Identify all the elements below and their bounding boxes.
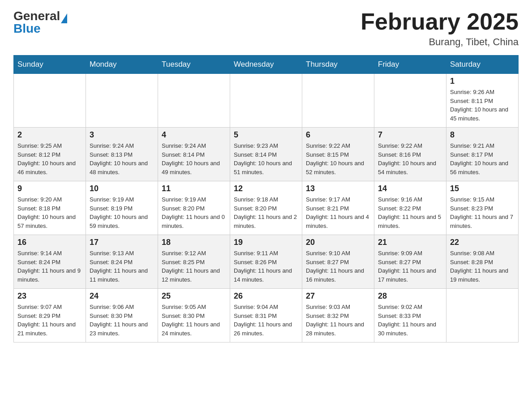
day-info: Sunrise: 9:24 AMSunset: 8:14 PMDaylight:… bbox=[162, 141, 226, 176]
day-number: 19 bbox=[234, 238, 298, 247]
day-number: 28 bbox=[378, 291, 442, 301]
day-info: Sunrise: 9:06 AMSunset: 8:30 PMDaylight:… bbox=[90, 303, 154, 338]
day-info: Sunrise: 9:25 AMSunset: 8:12 PMDaylight:… bbox=[17, 141, 82, 176]
calendar-header-row: SundayMondayTuesdayWednesdayThursdayFrid… bbox=[14, 56, 519, 74]
calendar-header-monday: Monday bbox=[86, 56, 158, 74]
day-number: 22 bbox=[450, 238, 515, 247]
calendar-cell bbox=[446, 289, 519, 342]
logo-triangle-icon bbox=[61, 13, 67, 23]
calendar-cell: 25Sunrise: 9:05 AMSunset: 8:30 PMDayligh… bbox=[158, 289, 230, 342]
calendar-header-saturday: Saturday bbox=[446, 56, 519, 74]
page-header: General Blue February 2025 Burang, Tibet… bbox=[13, 9, 519, 48]
calendar-week-row: 9Sunrise: 9:20 AMSunset: 8:18 PMDaylight… bbox=[14, 181, 519, 235]
calendar-cell: 3Sunrise: 9:24 AMSunset: 8:13 PMDaylight… bbox=[86, 128, 158, 181]
day-number: 6 bbox=[306, 130, 370, 140]
day-number: 17 bbox=[90, 238, 154, 247]
day-info: Sunrise: 9:22 AMSunset: 8:16 PMDaylight:… bbox=[378, 141, 442, 176]
calendar-cell: 8Sunrise: 9:21 AMSunset: 8:17 PMDaylight… bbox=[446, 128, 519, 181]
calendar-cell: 7Sunrise: 9:22 AMSunset: 8:16 PMDaylight… bbox=[374, 128, 446, 181]
calendar-cell: 22Sunrise: 9:08 AMSunset: 8:28 PMDayligh… bbox=[446, 235, 519, 289]
day-number: 16 bbox=[17, 238, 82, 247]
calendar-cell: 1Sunrise: 9:26 AMSunset: 8:11 PMDaylight… bbox=[446, 74, 519, 128]
calendar-week-row: 23Sunrise: 9:07 AMSunset: 8:29 PMDayligh… bbox=[14, 289, 519, 342]
day-info: Sunrise: 9:13 AMSunset: 8:24 PMDaylight:… bbox=[90, 249, 154, 284]
calendar-cell: 4Sunrise: 9:24 AMSunset: 8:14 PMDaylight… bbox=[158, 128, 230, 181]
day-info: Sunrise: 9:14 AMSunset: 8:24 PMDaylight:… bbox=[17, 249, 82, 284]
day-number: 13 bbox=[306, 184, 370, 193]
calendar-cell: 20Sunrise: 9:10 AMSunset: 8:27 PMDayligh… bbox=[302, 235, 374, 289]
day-info: Sunrise: 9:18 AMSunset: 8:20 PMDaylight:… bbox=[234, 195, 298, 230]
day-info: Sunrise: 9:08 AMSunset: 8:28 PMDaylight:… bbox=[450, 249, 515, 284]
month-title: February 2025 bbox=[360, 9, 519, 34]
day-number: 3 bbox=[90, 130, 154, 140]
day-info: Sunrise: 9:19 AMSunset: 8:19 PMDaylight:… bbox=[90, 195, 154, 230]
calendar-cell: 16Sunrise: 9:14 AMSunset: 8:24 PMDayligh… bbox=[14, 235, 86, 289]
day-number: 26 bbox=[234, 291, 298, 301]
day-info: Sunrise: 9:02 AMSunset: 8:33 PMDaylight:… bbox=[378, 303, 442, 338]
day-info: Sunrise: 9:17 AMSunset: 8:21 PMDaylight:… bbox=[306, 195, 370, 230]
calendar-header-tuesday: Tuesday bbox=[158, 56, 230, 74]
day-info: Sunrise: 9:07 AMSunset: 8:29 PMDaylight:… bbox=[17, 303, 82, 338]
calendar-cell: 19Sunrise: 9:11 AMSunset: 8:26 PMDayligh… bbox=[230, 235, 302, 289]
day-number: 8 bbox=[450, 130, 515, 140]
day-info: Sunrise: 9:22 AMSunset: 8:15 PMDaylight:… bbox=[306, 141, 370, 176]
calendar-cell: 2Sunrise: 9:25 AMSunset: 8:12 PMDaylight… bbox=[14, 128, 86, 181]
calendar-cell bbox=[86, 74, 158, 128]
day-number: 1 bbox=[450, 77, 515, 86]
calendar-cell: 26Sunrise: 9:04 AMSunset: 8:31 PMDayligh… bbox=[230, 289, 302, 342]
day-number: 9 bbox=[17, 184, 82, 193]
calendar-cell: 11Sunrise: 9:19 AMSunset: 8:20 PMDayligh… bbox=[158, 181, 230, 235]
calendar-header-thursday: Thursday bbox=[302, 56, 374, 74]
day-info: Sunrise: 9:10 AMSunset: 8:27 PMDaylight:… bbox=[306, 249, 370, 284]
day-info: Sunrise: 9:19 AMSunset: 8:20 PMDaylight:… bbox=[162, 195, 226, 230]
day-info: Sunrise: 9:24 AMSunset: 8:13 PMDaylight:… bbox=[90, 141, 154, 176]
calendar-cell bbox=[230, 74, 302, 128]
calendar-cell: 6Sunrise: 9:22 AMSunset: 8:15 PMDaylight… bbox=[302, 128, 374, 181]
day-info: Sunrise: 9:26 AMSunset: 8:11 PMDaylight:… bbox=[450, 88, 515, 123]
day-number: 23 bbox=[17, 291, 82, 301]
location-title: Burang, Tibet, China bbox=[360, 36, 519, 48]
calendar-table: SundayMondayTuesdayWednesdayThursdayFrid… bbox=[13, 55, 519, 342]
day-number: 2 bbox=[17, 130, 82, 140]
calendar-week-row: 16Sunrise: 9:14 AMSunset: 8:24 PMDayligh… bbox=[14, 235, 519, 289]
calendar-cell: 17Sunrise: 9:13 AMSunset: 8:24 PMDayligh… bbox=[86, 235, 158, 289]
logo-blue-text: Blue bbox=[13, 22, 67, 35]
day-info: Sunrise: 9:03 AMSunset: 8:32 PMDaylight:… bbox=[306, 303, 370, 338]
calendar-cell: 9Sunrise: 9:20 AMSunset: 8:18 PMDaylight… bbox=[14, 181, 86, 235]
day-number: 20 bbox=[306, 238, 370, 247]
day-info: Sunrise: 9:12 AMSunset: 8:25 PMDaylight:… bbox=[162, 249, 226, 284]
calendar-cell bbox=[14, 74, 86, 128]
calendar-cell: 15Sunrise: 9:15 AMSunset: 8:23 PMDayligh… bbox=[446, 181, 519, 235]
calendar-week-row: 2Sunrise: 9:25 AMSunset: 8:12 PMDaylight… bbox=[14, 128, 519, 181]
calendar-header-sunday: Sunday bbox=[14, 56, 86, 74]
logo: General Blue bbox=[13, 9, 67, 35]
calendar-cell: 13Sunrise: 9:17 AMSunset: 8:21 PMDayligh… bbox=[302, 181, 374, 235]
day-number: 24 bbox=[90, 291, 154, 301]
day-info: Sunrise: 9:15 AMSunset: 8:23 PMDaylight:… bbox=[450, 195, 515, 230]
title-block: February 2025 Burang, Tibet, China bbox=[360, 9, 519, 48]
day-number: 4 bbox=[162, 130, 226, 140]
calendar-cell: 24Sunrise: 9:06 AMSunset: 8:30 PMDayligh… bbox=[86, 289, 158, 342]
day-number: 15 bbox=[450, 184, 515, 193]
day-info: Sunrise: 9:09 AMSunset: 8:27 PMDaylight:… bbox=[378, 249, 442, 284]
calendar-cell bbox=[158, 74, 230, 128]
day-number: 7 bbox=[378, 130, 442, 140]
day-info: Sunrise: 9:16 AMSunset: 8:22 PMDaylight:… bbox=[378, 195, 442, 230]
calendar-header-friday: Friday bbox=[374, 56, 446, 74]
calendar-cell: 10Sunrise: 9:19 AMSunset: 8:19 PMDayligh… bbox=[86, 181, 158, 235]
day-info: Sunrise: 9:11 AMSunset: 8:26 PMDaylight:… bbox=[234, 249, 298, 284]
day-number: 11 bbox=[162, 184, 226, 193]
day-number: 5 bbox=[234, 130, 298, 140]
day-number: 12 bbox=[234, 184, 298, 193]
calendar-cell bbox=[302, 74, 374, 128]
calendar-cell: 12Sunrise: 9:18 AMSunset: 8:20 PMDayligh… bbox=[230, 181, 302, 235]
day-number: 14 bbox=[378, 184, 442, 193]
day-info: Sunrise: 9:05 AMSunset: 8:30 PMDaylight:… bbox=[162, 303, 226, 338]
day-info: Sunrise: 9:23 AMSunset: 8:14 PMDaylight:… bbox=[234, 141, 298, 176]
day-number: 10 bbox=[90, 184, 154, 193]
calendar-cell: 14Sunrise: 9:16 AMSunset: 8:22 PMDayligh… bbox=[374, 181, 446, 235]
calendar-cell: 21Sunrise: 9:09 AMSunset: 8:27 PMDayligh… bbox=[374, 235, 446, 289]
day-number: 25 bbox=[162, 291, 226, 301]
calendar-cell bbox=[374, 74, 446, 128]
calendar-cell: 28Sunrise: 9:02 AMSunset: 8:33 PMDayligh… bbox=[374, 289, 446, 342]
